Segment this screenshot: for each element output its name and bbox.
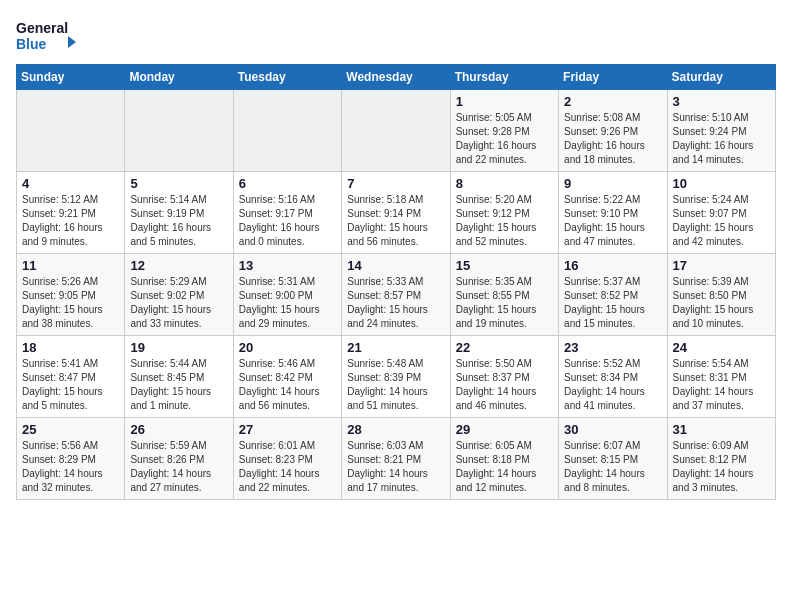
day-number: 27 [239,422,336,437]
weekday-header-row: SundayMondayTuesdayWednesdayThursdayFrid… [17,65,776,90]
calendar-cell: 15Sunrise: 5:35 AM Sunset: 8:55 PM Dayli… [450,254,558,336]
calendar-cell: 16Sunrise: 5:37 AM Sunset: 8:52 PM Dayli… [559,254,667,336]
day-info: Sunrise: 6:03 AM Sunset: 8:21 PM Dayligh… [347,439,444,495]
weekday-header-thursday: Thursday [450,65,558,90]
weekday-header-wednesday: Wednesday [342,65,450,90]
calendar-cell: 31Sunrise: 6:09 AM Sunset: 8:12 PM Dayli… [667,418,775,500]
svg-text:Blue: Blue [16,36,47,52]
day-number: 4 [22,176,119,191]
calendar-cell: 30Sunrise: 6:07 AM Sunset: 8:15 PM Dayli… [559,418,667,500]
calendar-week-row: 11Sunrise: 5:26 AM Sunset: 9:05 PM Dayli… [17,254,776,336]
calendar-cell [233,90,341,172]
day-info: Sunrise: 5:08 AM Sunset: 9:26 PM Dayligh… [564,111,661,167]
day-info: Sunrise: 6:07 AM Sunset: 8:15 PM Dayligh… [564,439,661,495]
day-number: 31 [673,422,770,437]
day-number: 26 [130,422,227,437]
day-number: 21 [347,340,444,355]
calendar-cell: 19Sunrise: 5:44 AM Sunset: 8:45 PM Dayli… [125,336,233,418]
day-number: 25 [22,422,119,437]
weekday-header-monday: Monday [125,65,233,90]
day-info: Sunrise: 6:05 AM Sunset: 8:18 PM Dayligh… [456,439,553,495]
calendar-cell: 9Sunrise: 5:22 AM Sunset: 9:10 PM Daylig… [559,172,667,254]
calendar-cell: 11Sunrise: 5:26 AM Sunset: 9:05 PM Dayli… [17,254,125,336]
calendar-cell: 22Sunrise: 5:50 AM Sunset: 8:37 PM Dayli… [450,336,558,418]
day-number: 28 [347,422,444,437]
calendar-cell: 23Sunrise: 5:52 AM Sunset: 8:34 PM Dayli… [559,336,667,418]
calendar-cell: 21Sunrise: 5:48 AM Sunset: 8:39 PM Dayli… [342,336,450,418]
day-number: 17 [673,258,770,273]
calendar-week-row: 18Sunrise: 5:41 AM Sunset: 8:47 PM Dayli… [17,336,776,418]
day-number: 11 [22,258,119,273]
day-number: 19 [130,340,227,355]
calendar-cell: 25Sunrise: 5:56 AM Sunset: 8:29 PM Dayli… [17,418,125,500]
calendar-cell: 12Sunrise: 5:29 AM Sunset: 9:02 PM Dayli… [125,254,233,336]
calendar-cell [342,90,450,172]
day-info: Sunrise: 5:37 AM Sunset: 8:52 PM Dayligh… [564,275,661,331]
calendar-cell: 7Sunrise: 5:18 AM Sunset: 9:14 PM Daylig… [342,172,450,254]
day-info: Sunrise: 5:35 AM Sunset: 8:55 PM Dayligh… [456,275,553,331]
day-number: 7 [347,176,444,191]
day-info: Sunrise: 5:18 AM Sunset: 9:14 PM Dayligh… [347,193,444,249]
day-info: Sunrise: 5:05 AM Sunset: 9:28 PM Dayligh… [456,111,553,167]
day-number: 18 [22,340,119,355]
calendar-cell: 6Sunrise: 5:16 AM Sunset: 9:17 PM Daylig… [233,172,341,254]
page-header: General Blue [16,16,776,56]
day-info: Sunrise: 5:50 AM Sunset: 8:37 PM Dayligh… [456,357,553,413]
day-number: 12 [130,258,227,273]
day-info: Sunrise: 5:41 AM Sunset: 8:47 PM Dayligh… [22,357,119,413]
weekday-header-saturday: Saturday [667,65,775,90]
day-info: Sunrise: 5:29 AM Sunset: 9:02 PM Dayligh… [130,275,227,331]
day-info: Sunrise: 6:01 AM Sunset: 8:23 PM Dayligh… [239,439,336,495]
day-info: Sunrise: 5:26 AM Sunset: 9:05 PM Dayligh… [22,275,119,331]
calendar-cell: 26Sunrise: 5:59 AM Sunset: 8:26 PM Dayli… [125,418,233,500]
day-info: Sunrise: 5:39 AM Sunset: 8:50 PM Dayligh… [673,275,770,331]
calendar-cell: 10Sunrise: 5:24 AM Sunset: 9:07 PM Dayli… [667,172,775,254]
day-number: 1 [456,94,553,109]
day-number: 22 [456,340,553,355]
day-number: 23 [564,340,661,355]
day-info: Sunrise: 5:24 AM Sunset: 9:07 PM Dayligh… [673,193,770,249]
calendar-cell: 1Sunrise: 5:05 AM Sunset: 9:28 PM Daylig… [450,90,558,172]
calendar-cell: 18Sunrise: 5:41 AM Sunset: 8:47 PM Dayli… [17,336,125,418]
day-number: 3 [673,94,770,109]
logo: General Blue [16,16,76,56]
day-number: 15 [456,258,553,273]
day-info: Sunrise: 5:20 AM Sunset: 9:12 PM Dayligh… [456,193,553,249]
svg-text:General: General [16,20,68,36]
day-info: Sunrise: 5:44 AM Sunset: 8:45 PM Dayligh… [130,357,227,413]
calendar-cell [17,90,125,172]
day-number: 5 [130,176,227,191]
calendar-cell: 3Sunrise: 5:10 AM Sunset: 9:24 PM Daylig… [667,90,775,172]
day-number: 2 [564,94,661,109]
calendar-cell: 28Sunrise: 6:03 AM Sunset: 8:21 PM Dayli… [342,418,450,500]
day-number: 13 [239,258,336,273]
day-info: Sunrise: 5:52 AM Sunset: 8:34 PM Dayligh… [564,357,661,413]
day-info: Sunrise: 5:22 AM Sunset: 9:10 PM Dayligh… [564,193,661,249]
calendar-cell: 20Sunrise: 5:46 AM Sunset: 8:42 PM Dayli… [233,336,341,418]
day-info: Sunrise: 5:54 AM Sunset: 8:31 PM Dayligh… [673,357,770,413]
calendar-cell: 14Sunrise: 5:33 AM Sunset: 8:57 PM Dayli… [342,254,450,336]
weekday-header-sunday: Sunday [17,65,125,90]
day-info: Sunrise: 5:14 AM Sunset: 9:19 PM Dayligh… [130,193,227,249]
day-number: 6 [239,176,336,191]
calendar-cell: 17Sunrise: 5:39 AM Sunset: 8:50 PM Dayli… [667,254,775,336]
calendar-cell: 27Sunrise: 6:01 AM Sunset: 8:23 PM Dayli… [233,418,341,500]
day-number: 30 [564,422,661,437]
calendar-cell: 2Sunrise: 5:08 AM Sunset: 9:26 PM Daylig… [559,90,667,172]
day-info: Sunrise: 5:56 AM Sunset: 8:29 PM Dayligh… [22,439,119,495]
day-info: Sunrise: 5:12 AM Sunset: 9:21 PM Dayligh… [22,193,119,249]
day-info: Sunrise: 5:48 AM Sunset: 8:39 PM Dayligh… [347,357,444,413]
day-number: 20 [239,340,336,355]
day-info: Sunrise: 5:46 AM Sunset: 8:42 PM Dayligh… [239,357,336,413]
day-number: 9 [564,176,661,191]
logo-svg: General Blue [16,16,76,56]
day-number: 14 [347,258,444,273]
day-info: Sunrise: 5:33 AM Sunset: 8:57 PM Dayligh… [347,275,444,331]
day-info: Sunrise: 5:16 AM Sunset: 9:17 PM Dayligh… [239,193,336,249]
calendar-cell [125,90,233,172]
calendar-week-row: 1Sunrise: 5:05 AM Sunset: 9:28 PM Daylig… [17,90,776,172]
day-number: 29 [456,422,553,437]
day-info: Sunrise: 5:59 AM Sunset: 8:26 PM Dayligh… [130,439,227,495]
day-number: 8 [456,176,553,191]
day-number: 24 [673,340,770,355]
